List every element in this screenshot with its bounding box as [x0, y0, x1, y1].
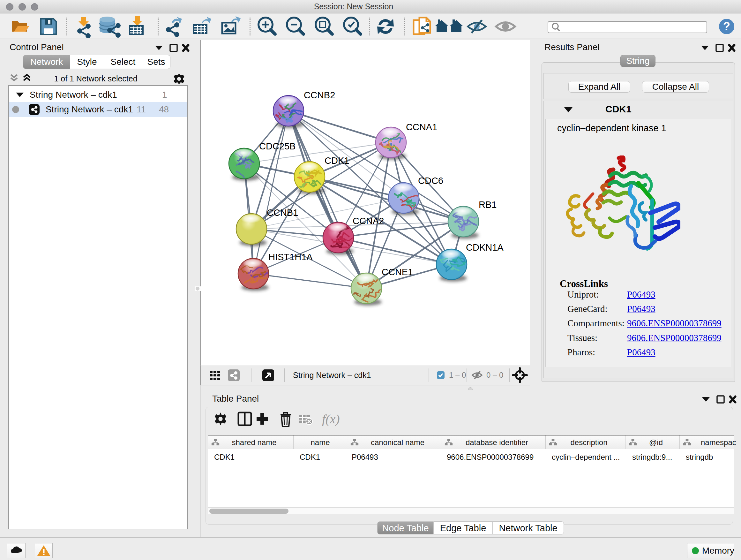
svg-text:HIST1H1A: HIST1H1A — [268, 252, 313, 262]
svg-text:CDC25B: CDC25B — [259, 141, 295, 151]
svg-text:CDK1: CDK1 — [325, 155, 349, 166]
svg-text:CDKN1A: CDKN1A — [466, 242, 503, 253]
svg-text:CCNB1: CCNB1 — [267, 207, 298, 218]
svg-text:?: ? — [723, 20, 730, 33]
svg-text:f(x): f(x) — [322, 412, 340, 426]
svg-text:RB1: RB1 — [479, 199, 496, 210]
svg-text:String Network – cdk1: String Network – cdk1 — [293, 371, 371, 380]
svg-text:CDC6: CDC6 — [418, 176, 443, 186]
svg-text:CCNA1: CCNA1 — [406, 122, 437, 132]
svg-text:CCNA2: CCNA2 — [353, 216, 384, 226]
svg-text:1 – 0: 1 – 0 — [449, 371, 466, 379]
svg-text:0 – 0: 0 – 0 — [486, 371, 503, 379]
svg-text:CCNE1: CCNE1 — [382, 267, 413, 277]
svg-text:CCNB2: CCNB2 — [304, 90, 335, 100]
